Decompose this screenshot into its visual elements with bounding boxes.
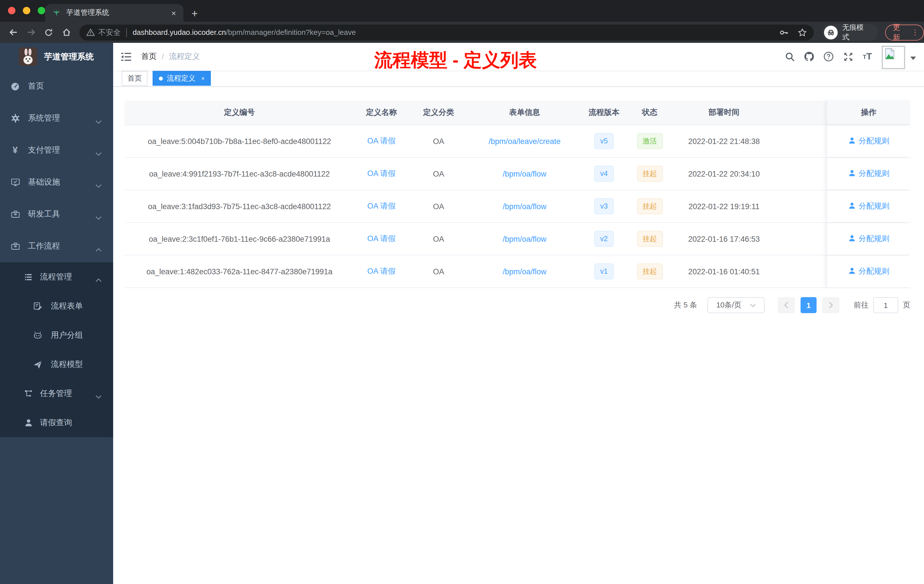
sidebar-item-8[interactable]: 用户分组 [0, 320, 113, 350]
search-icon[interactable] [780, 52, 799, 61]
sidebar-item-11[interactable]: 请假查询 [0, 408, 113, 437]
definition-name-link[interactable]: OA 请假 [367, 266, 396, 277]
incognito-label: 无痕模式 [842, 23, 871, 42]
form-link[interactable]: /bpm/oa/flow [503, 202, 546, 211]
browser-toolbar: 不安全 dashboard.yudao.iocoder.cn/bpm/manag… [0, 22, 924, 43]
assign-rule-link[interactable]: 分配规则 [848, 266, 889, 277]
assign-rule-link[interactable]: 分配规则 [848, 168, 889, 179]
logo-row[interactable]: 芋道管理系统 [0, 43, 113, 70]
definition-name-link[interactable]: OA 请假 [367, 136, 396, 146]
bookmark-star-icon[interactable] [798, 28, 807, 37]
window-close-button[interactable] [8, 7, 15, 14]
sidebar-item-3[interactable]: 基础设施 [0, 166, 113, 198]
tab-title: 芋道管理系统 [66, 8, 170, 18]
breadcrumb-home[interactable]: 首页 [141, 51, 157, 62]
browser-menu-icon[interactable]: ⋮ [911, 28, 919, 36]
sidebar-toggle-icon[interactable] [121, 52, 132, 61]
back-button[interactable] [6, 24, 22, 40]
row-filler [776, 158, 826, 190]
form-link[interactable]: /bpm/oa/flow [503, 234, 546, 243]
help-icon[interactable] [819, 51, 838, 62]
pagination-total: 共 5 条 [674, 300, 697, 310]
app-title: 芋道管理系统 [44, 51, 94, 62]
cell-name: OA 请假 [354, 158, 409, 190]
assign-rule-link[interactable]: 分配规则 [848, 136, 889, 146]
cell-form: /bpm/oa/flow [469, 256, 581, 287]
status-badge: 挂起 [637, 166, 663, 182]
cell-action: 分配规则 [826, 223, 910, 255]
sidebar-item-label: 基础设施 [28, 177, 60, 187]
form-link[interactable]: /bpm/oa/flow [503, 267, 546, 276]
update-label: 更新 [893, 22, 908, 43]
avatar-dropdown-icon[interactable] [910, 56, 916, 63]
sidebar-item-label: 流程管理 [40, 272, 72, 282]
browser-tab[interactable]: 芋道管理系统 × [45, 4, 183, 22]
reload-button[interactable] [41, 24, 57, 40]
cell-name: OA 请假 [354, 256, 409, 287]
briefcase-icon [10, 210, 20, 219]
column-header-version: 流程版本 [581, 101, 627, 125]
current-page-button[interactable]: 1 [800, 297, 817, 313]
send-icon [33, 360, 42, 369]
sidebar-item-5[interactable]: 工作流程 [0, 230, 113, 262]
chevron-up-icon [96, 275, 102, 279]
prev-page-button[interactable] [778, 297, 795, 313]
definition-name-link[interactable]: OA 请假 [367, 168, 396, 179]
next-page-button[interactable] [822, 297, 840, 313]
tab-tag-1[interactable]: 流程定义× [153, 71, 211, 86]
sidebar-item-2[interactable]: ¥支付管理 [0, 134, 113, 166]
page-size-select[interactable]: 10条/页 [708, 297, 765, 313]
address-bar[interactable]: 不安全 dashboard.yudao.iocoder.cn/bpm/manag… [79, 24, 814, 40]
url-domain: dashboard.yudao.iocoder.cn [132, 28, 226, 36]
cell-id: oa_leave:5:004b710b-7b8a-11ec-8ef0-acde4… [125, 125, 354, 157]
github-icon[interactable] [799, 51, 819, 62]
sidebar-item-6[interactable]: 流程管理 [0, 262, 113, 292]
assign-rule-link[interactable]: 分配规则 [848, 201, 889, 211]
tag-close-icon[interactable]: × [201, 75, 205, 82]
sidebar-item-10[interactable]: 任务管理 [0, 379, 113, 408]
tab-tag-0[interactable]: 首页 [122, 71, 147, 86]
new-tab-button[interactable]: + [191, 8, 198, 19]
cell-category: OA [409, 125, 469, 157]
sidebar-item-9[interactable]: 流程模型 [0, 350, 113, 379]
column-header-deployed: 部署时间 [672, 101, 776, 125]
window-controls[interactable] [8, 7, 45, 14]
cell-version: v4 [581, 158, 627, 190]
definition-name-link[interactable]: OA 请假 [367, 234, 396, 244]
security-warning[interactable]: 不安全 [86, 27, 120, 38]
home-button[interactable] [59, 24, 74, 40]
sidebar-item-0[interactable]: 首页 [0, 70, 113, 102]
forward-button[interactable] [23, 24, 40, 40]
column-header-action: 操作 [826, 101, 910, 125]
sidebar-item-7[interactable]: 流程表单 [0, 292, 113, 320]
cell-category: OA [409, 223, 469, 255]
cell-id: oa_leave:3:1fad3d93-7b75-11ec-a3c8-acde4… [125, 190, 354, 222]
status-badge: 挂起 [637, 231, 663, 247]
version-badge: v1 [594, 264, 614, 280]
tab-close-icon[interactable]: × [170, 8, 178, 17]
cell-action: 分配规则 [826, 190, 910, 222]
sidebar-item-4[interactable]: 研发工具 [0, 198, 113, 230]
user-avatar[interactable] [882, 45, 905, 69]
breadcrumb-current: 流程定义 [169, 51, 200, 62]
list-icon [23, 272, 33, 282]
update-button[interactable]: 更新 ⋮ [885, 24, 924, 40]
password-key-icon[interactable] [779, 28, 789, 37]
chevron-left-icon [784, 302, 789, 308]
form-link[interactable]: /bpm/oa/flow [503, 170, 546, 178]
logo-avatar [19, 48, 37, 66]
form-link[interactable]: /bpm/oa/leave/create [488, 137, 561, 145]
column-header-id: 定义编号 [125, 101, 354, 125]
main-area: 首页 / 流程定义 TT [113, 43, 924, 584]
goto-page-input[interactable] [873, 297, 898, 313]
assign-user-icon [848, 234, 856, 244]
font-size-icon[interactable]: TT [858, 51, 877, 62]
window-minimize-button[interactable] [23, 7, 30, 14]
row-filler [776, 256, 826, 287]
chevron-down-icon [96, 212, 102, 216]
sidebar-item-1[interactable]: 系统管理 [0, 102, 113, 134]
fullscreen-icon[interactable] [838, 52, 858, 61]
assign-rule-link[interactable]: 分配规则 [848, 234, 889, 244]
window-maximize-button[interactable] [38, 7, 45, 14]
definition-name-link[interactable]: OA 请假 [367, 201, 396, 211]
